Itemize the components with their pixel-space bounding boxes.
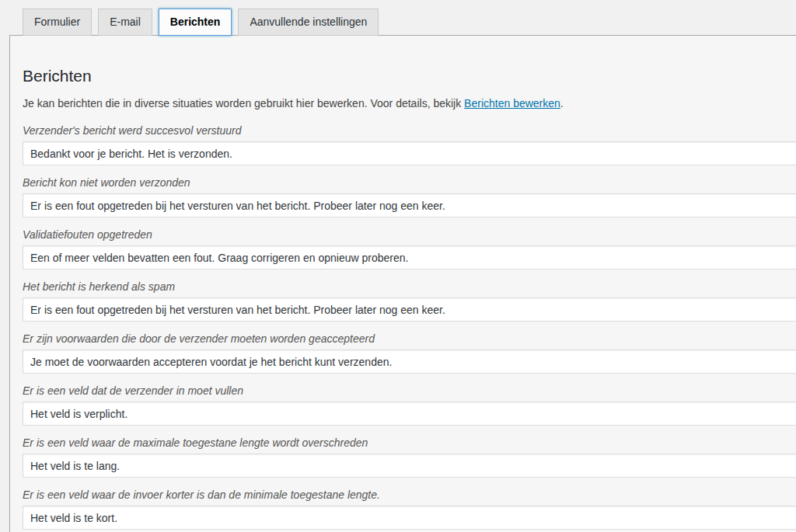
message-field-input[interactable] [23,454,796,478]
message-field-group: Validatiefouten opgetreden [23,227,796,269]
message-field-label: Verzender's bericht werd succesvol verst… [23,123,796,138]
message-field-label: Er is een veld dat de verzender in moet … [23,383,796,398]
message-field-input[interactable] [23,297,796,322]
message-field-group: Er is een veld waar de maximale toegesta… [23,435,796,478]
message-field-input[interactable] [23,245,796,269]
description-period: . [560,97,564,110]
berichten-bewerken-link[interactable]: Berichten bewerken [464,97,560,110]
message-field-group: Verzender's bericht werd succesvol verst… [23,123,796,165]
message-field-label: Er zijn voorwaarden die door de verzende… [23,331,796,346]
message-field-group: Er zijn voorwaarden die door de verzende… [23,331,796,374]
message-field-input[interactable] [23,141,796,165]
message-field-input[interactable] [23,402,796,426]
message-fields: Verzender's bericht werd succesvol verst… [23,123,796,530]
message-field-group: Er is een veld waar de invoer korter is … [23,487,796,530]
message-field-input[interactable] [23,506,796,530]
message-field-label: Het bericht is herkend als spam [23,279,796,294]
message-field-group: Er is een veld dat de verzender in moet … [23,383,796,426]
tab-berichten[interactable]: Berichten [159,9,232,36]
message-field-label: Validatiefouten opgetreden [23,227,796,242]
tab-formulier[interactable]: Formulier [23,9,92,36]
message-field-label: Er is een veld waar de maximale toegesta… [23,435,796,450]
message-field-label: Er is een veld waar de invoer korter is … [23,487,796,502]
tab-aanvullende-instellingen[interactable]: Aanvullende instellingen [238,9,379,36]
message-field-label: Bericht kon niet worden verzonden [23,175,796,190]
message-field-group: Bericht kon niet worden verzonden [23,175,796,217]
panel-content: Berichten Je kan berichten die in divers… [10,36,796,530]
panel-description: Je kan berichten die in diverse situatie… [23,96,796,111]
messages-panel: Berichten Je kan berichten die in divers… [9,35,796,532]
tab-bar: FormulierE-mailBerichtenAanvullende inst… [23,9,379,36]
tab-e-mail[interactable]: E-mail [98,9,152,36]
message-field-group: Het bericht is herkend als spam [23,279,796,322]
panel-title: Berichten [23,65,796,86]
message-field-input[interactable] [23,349,796,374]
message-field-input[interactable] [23,193,796,217]
description-text: Je kan berichten die in diverse situatie… [23,97,464,110]
